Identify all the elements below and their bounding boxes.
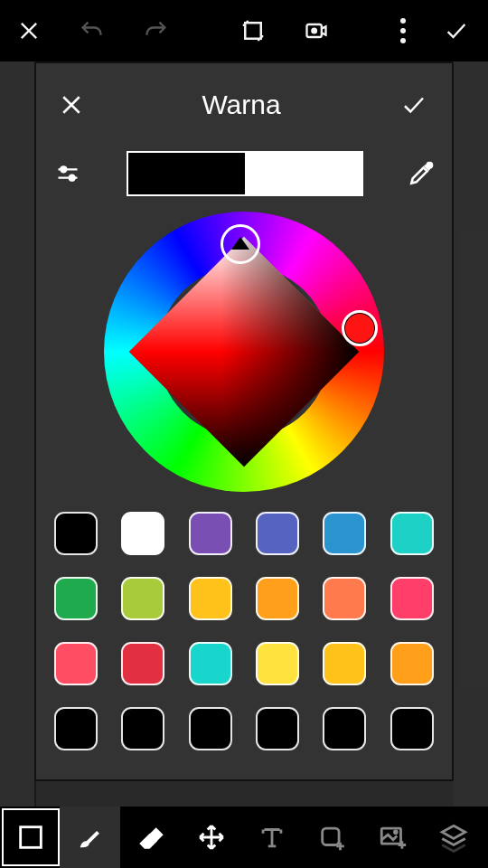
palette-swatch[interactable] — [323, 512, 366, 555]
palette-swatch[interactable] — [54, 512, 98, 555]
sliders-icon[interactable] — [52, 161, 83, 186]
palette-swatch[interactable] — [323, 707, 366, 750]
hue-cursor[interactable] — [342, 310, 378, 346]
palette-swatch[interactable] — [256, 577, 299, 620]
palette-swatch[interactable] — [390, 642, 434, 685]
swatch-right — [245, 153, 361, 194]
svg-rect-11 — [322, 828, 338, 844]
tool-move-button[interactable] — [181, 807, 241, 868]
svg-rect-0 — [245, 23, 261, 39]
svg-point-6 — [61, 166, 66, 172]
svg-point-13 — [394, 831, 397, 834]
redo-icon[interactable] — [141, 18, 172, 43]
palette-swatch[interactable] — [189, 512, 232, 555]
crop-icon[interactable] — [239, 17, 267, 44]
confirm-icon[interactable] — [441, 18, 472, 43]
palette-swatch[interactable] — [323, 642, 366, 685]
palette-swatch[interactable] — [189, 577, 232, 620]
palette-swatch[interactable] — [121, 512, 164, 555]
svg-point-3 — [400, 18, 406, 24]
color-wheel[interactable] — [104, 212, 384, 492]
panel-confirm-icon[interactable] — [398, 91, 430, 118]
palette-swatch[interactable] — [54, 707, 98, 750]
eyedropper-icon[interactable] — [407, 159, 436, 188]
palette-swatch[interactable] — [54, 577, 98, 620]
color-picker-panel: Warna — [34, 61, 454, 781]
current-color-swatch[interactable] — [127, 151, 363, 196]
sv-cursor[interactable] — [221, 224, 260, 264]
panel-close-icon[interactable] — [58, 91, 85, 118]
tool-addimage-button[interactable] — [362, 807, 423, 868]
app-bottombar — [0, 807, 488, 868]
tool-eraser-button[interactable] — [120, 807, 181, 868]
palette-swatch[interactable] — [256, 642, 299, 685]
tool-brush-button[interactable] — [60, 807, 120, 868]
close-icon[interactable] — [16, 18, 42, 43]
svg-point-2 — [312, 29, 316, 33]
palette-swatch[interactable] — [256, 707, 299, 750]
app-topbar — [0, 0, 488, 61]
palette-swatch[interactable] — [189, 707, 232, 750]
svg-point-5 — [400, 38, 406, 43]
more-icon[interactable] — [399, 17, 407, 44]
panel-title: Warna — [202, 90, 280, 120]
palette-swatch[interactable] — [256, 512, 299, 555]
svg-point-4 — [400, 28, 406, 33]
palette-swatch[interactable] — [54, 642, 98, 685]
palette-swatch[interactable] — [390, 512, 434, 555]
palette-swatch[interactable] — [121, 707, 164, 750]
palette-grid — [47, 508, 441, 750]
svg-rect-9 — [21, 827, 42, 848]
svg-point-8 — [427, 163, 432, 167]
tool-layers-button[interactable] — [423, 807, 483, 868]
camera-icon[interactable] — [301, 18, 332, 43]
palette-swatch[interactable] — [390, 577, 434, 620]
tool-text-button[interactable] — [241, 807, 302, 868]
palette-swatch[interactable] — [323, 577, 366, 620]
tool-shape-button[interactable] — [2, 808, 60, 866]
palette-swatch[interactable] — [189, 642, 232, 685]
svg-point-7 — [70, 175, 75, 181]
palette-swatch[interactable] — [390, 707, 434, 750]
palette-swatch[interactable] — [121, 642, 164, 685]
swatch-left — [128, 153, 245, 194]
tool-addshape-button[interactable] — [302, 807, 362, 868]
undo-icon[interactable] — [76, 18, 107, 43]
palette-swatch[interactable] — [121, 577, 164, 620]
